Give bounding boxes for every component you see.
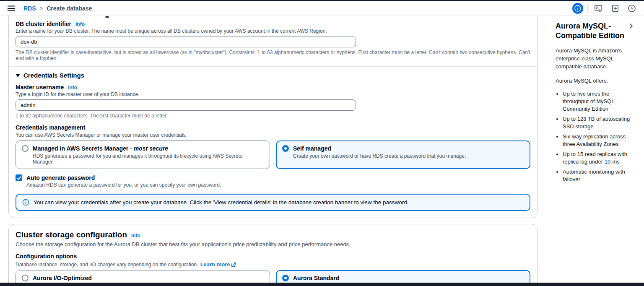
master-username-input[interactable]	[16, 99, 356, 111]
learn-more-link[interactable]: Learn more	[200, 261, 236, 268]
settings-card: DB cluster identifier Info Enter a name …	[8, 16, 538, 218]
breadcrumb: RDS > Create database	[23, 5, 92, 12]
alert-text: You can view your credentials after you …	[34, 199, 408, 205]
auto-generate-password-field: Auto generate password Amazon RDS can ge…	[16, 174, 530, 188]
storage-configuration-options: Aurora I/O-Optimized Predictable pricing…	[16, 270, 530, 283]
alert-info-icon	[22, 199, 29, 206]
help-panel-paragraph: Aurora MySQL is Amazon's enterprise-clas…	[556, 47, 635, 71]
option-aurora-io-optimized[interactable]: Aurora I/O-Optimized Predictable pricing…	[16, 270, 270, 283]
help-panel-bullet: Automatic monitoring with failover	[563, 168, 635, 183]
option-title: Self managed	[293, 145, 331, 152]
master-username-info-link[interactable]: Info	[68, 85, 77, 91]
radio-selected-icon[interactable]	[282, 275, 289, 281]
learn-more-label: Learn more	[200, 261, 230, 268]
credentials-settings-expander[interactable]: Credentials Settings	[16, 72, 530, 79]
configuration-options-label: Configuration options	[16, 253, 77, 260]
auto-generate-password-description: Amazon RDS can generate a password for y…	[26, 182, 530, 188]
credentials-info-alert: You can view your credentials after you …	[16, 194, 530, 211]
expand-triangle-icon	[16, 74, 20, 77]
auto-generate-password-label[interactable]: Auto generate password	[26, 174, 95, 181]
cloudshell-icon[interactable]	[592, 2, 605, 15]
option-title: Managed in AWS Secrets Manager	[33, 145, 128, 152]
master-username-label: Master username	[16, 84, 64, 91]
credentials-management-field: Credentials management You can use AWS S…	[16, 124, 530, 169]
cluster-storage-description: Choose the storage configuration for the…	[16, 241, 530, 247]
option-title: Aurora Standard	[293, 275, 339, 281]
master-username-hint: 1 to 32 alphanumeric characters. The fir…	[16, 113, 530, 119]
credentials-management-options: Managed in AWS Secrets Manager - most se…	[16, 140, 530, 169]
radio-selected-icon[interactable]	[282, 145, 289, 152]
master-username-field: Master username Info Type a login ID for…	[16, 84, 530, 119]
nav-left: RDS > Create database	[5, 2, 92, 15]
chevron-right-icon[interactable]	[627, 22, 635, 31]
db-cluster-identifier-info-link[interactable]: Info	[75, 21, 85, 27]
breadcrumb-separator: >	[40, 5, 43, 11]
nav-divider	[587, 4, 588, 13]
help-panel-paragraph: Aurora MySQL offers:	[556, 77, 635, 85]
help-panel-bullet: Up to 15 read replicas with replica lag …	[563, 151, 635, 165]
cluster-storage-info-link[interactable]: Info	[131, 233, 140, 239]
help-panel-bullet: Up to 128 TB of autoscaling SSD storage	[563, 115, 635, 130]
content-area: DB cluster identifier Info Enter a name …	[0, 16, 644, 283]
radio-unselected-icon[interactable]	[22, 275, 29, 281]
credentials-settings-title: Credentials Settings	[23, 72, 84, 79]
option-title: Aurora I/O-Optimized	[33, 275, 92, 281]
clipped-heading-fragment	[105, 16, 109, 18]
option-managed-secrets-manager[interactable]: Managed in AWS Secrets Manager - most se…	[16, 140, 270, 169]
bottom-footer-bar	[0, 283, 644, 286]
db-cluster-identifier-constraint: The DB cluster identifier is case-insens…	[16, 49, 530, 61]
rds-create-database-page: RDS > Create database	[0, 0, 644, 286]
top-navigation-bar: RDS > Create database	[0, 1, 644, 16]
nav-right	[572, 2, 638, 15]
help-panel: Aurora MySQL-Compatible Edition Aurora M…	[546, 16, 644, 283]
breadcrumb-current: Create database	[47, 5, 92, 12]
cluster-storage-title: Cluster storage configuration	[16, 230, 127, 239]
external-link-icon	[231, 262, 236, 267]
checkbox-checked-icon[interactable]	[16, 174, 22, 181]
db-cluster-identifier-label: DB cluster identifier	[16, 21, 71, 27]
breadcrumb-rds-link[interactable]: RDS	[23, 5, 36, 12]
db-cluster-identifier-input[interactable]	[16, 36, 356, 47]
help-panel-bullet: Six-way replication across three Availab…	[563, 133, 635, 148]
option-self-managed[interactable]: Self managed Create your own password or…	[276, 140, 530, 169]
section-divider	[9, 66, 537, 67]
db-cluster-identifier-field: DB cluster identifier Info Enter a name …	[16, 21, 530, 61]
help-panel-bullet: Up to five times the throughput of MySQL…	[563, 90, 635, 112]
main-form-column: DB cluster identifier Info Enter a name …	[0, 16, 546, 283]
clock-icon[interactable]	[626, 2, 638, 15]
credentials-management-description: You can use AWS Secrets Manager or manag…	[16, 132, 530, 138]
help-panel-title: Aurora MySQL-Compatible Edition	[556, 21, 627, 41]
credentials-management-label: Credentials management	[16, 124, 86, 131]
cluster-storage-card: Cluster storage configuration Info Choos…	[8, 224, 538, 283]
help-panel-bullet-list: Up to five times the throughput of MySQL…	[563, 90, 635, 183]
option-description: Create your own password or have RDS cre…	[293, 153, 524, 159]
db-cluster-identifier-description: Enter a name for your DB cluster. The na…	[16, 28, 530, 34]
option-description: RDS generates a password for you and man…	[33, 153, 264, 165]
master-username-description: Type a login ID for the master user of y…	[16, 91, 530, 97]
option-title-emphasis: - most secure	[130, 145, 168, 152]
configuration-options-description: Database instance, storage, and I/O char…	[16, 262, 198, 268]
info-icon[interactable]	[572, 3, 583, 14]
radio-unselected-icon[interactable]	[22, 145, 29, 152]
configuration-options-field: Configuration options Database instance,…	[16, 252, 530, 283]
hamburger-menu-icon[interactable]	[5, 2, 18, 15]
notebook-icon[interactable]	[609, 2, 621, 15]
option-aurora-standard[interactable]: Aurora Standard Cost-effective pricing f…	[276, 270, 530, 283]
